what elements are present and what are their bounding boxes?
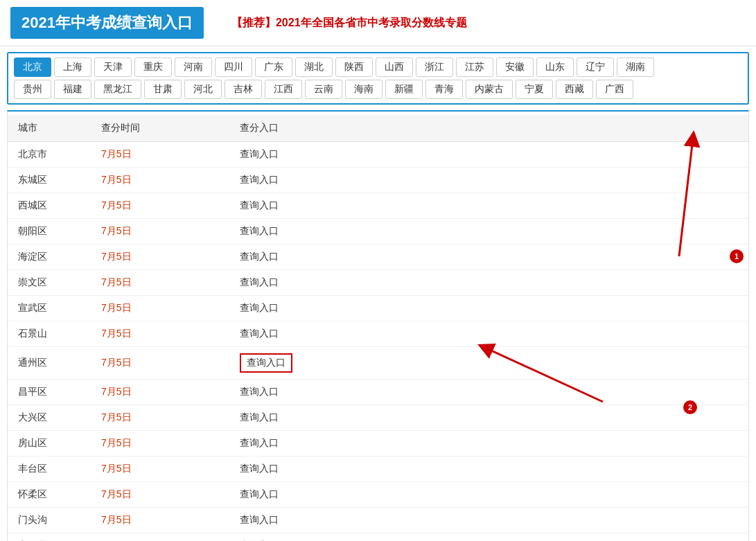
page-header: 2021年中考成绩查询入口 【推荐】2021年全国各省市中考录取分数线专题 (0, 0, 756, 46)
tab-广东[interactable]: 广东 (255, 57, 292, 77)
cell-entry-link[interactable]: 查询入口 (240, 488, 279, 499)
tab-重庆[interactable]: 重庆 (134, 57, 172, 77)
cell-entry-link[interactable]: 查询入口 (240, 174, 279, 185)
cell-entry-link[interactable]: 查询入口 (240, 199, 279, 211)
tab-内蒙古[interactable]: 内蒙古 (466, 80, 513, 99)
cell-extra (507, 245, 748, 270)
tab-贵州[interactable]: 贵州 (14, 80, 51, 99)
tab-上海[interactable]: 上海 (54, 57, 91, 77)
tab-四川[interactable]: 四川 (215, 57, 252, 77)
tabs-row-2: 贵州福建黑龙江甘肃河北吉林江西云南海南新疆青海内蒙古宁夏西藏广西 (14, 80, 742, 99)
table-row: 门头沟7月5日查询入口 (8, 508, 748, 533)
tab-江苏[interactable]: 江苏 (456, 57, 493, 77)
cell-city: 海淀区 (8, 245, 91, 270)
promo-text: 2021年全国各省市中考录取分数线专题 (276, 17, 467, 28)
cell-entry: 查询入口 (229, 321, 507, 347)
tab-浙江[interactable]: 浙江 (416, 57, 453, 77)
cell-entry-link[interactable]: 查询入口 (240, 514, 279, 525)
tab-黑龙江[interactable]: 黑龙江 (94, 80, 141, 99)
tab-云南[interactable]: 云南 (305, 80, 342, 99)
cell-entry-link[interactable]: 查询入口 (240, 251, 279, 262)
tab-山东[interactable]: 山东 (536, 57, 574, 77)
tab-青海[interactable]: 青海 (425, 80, 463, 99)
cell-entry-link[interactable]: 查询入口 (240, 276, 279, 287)
cell-date-wrapper: 7月5日 (91, 193, 229, 219)
cell-entry: 查询入口 (229, 193, 507, 219)
cell-date-wrapper: 7月5日 (91, 482, 229, 508)
table-row: 海淀区7月5日查询入口 (8, 245, 748, 270)
cell-city: 北京市 (8, 142, 91, 168)
cell-city: 东城区 (8, 168, 91, 193)
cell-entry-link[interactable]: 查询入口 (240, 411, 279, 423)
cell-date-wrapper: 7月5日 (91, 168, 229, 193)
cell-entry-link[interactable]: 查询入口 (240, 302, 279, 313)
cell-extra (507, 431, 748, 456)
cell-date: 7月5日 (101, 302, 132, 313)
cell-date-wrapper: 7月5日 (91, 508, 229, 533)
cell-entry: 查询入口 (229, 347, 507, 380)
table-row: 怀柔区7月5日查询入口 (8, 482, 748, 508)
cell-entry-link[interactable]: 查询入口 (240, 437, 279, 448)
tab-陕西[interactable]: 陕西 (335, 57, 373, 77)
cell-entry: 查询入口 (229, 405, 507, 431)
tab-湖北[interactable]: 湖北 (295, 57, 333, 77)
cell-date: 7月5日 (101, 411, 132, 423)
tab-吉林[interactable]: 吉林 (225, 80, 262, 99)
results-table-wrapper: 城市 查分时间 查分入口 北京市7月5日查询入口东城区7月5日查询入口西城区7月… (7, 110, 749, 541)
cell-entry-link[interactable]: 查询入口 (240, 328, 279, 339)
cell-entry-link[interactable]: 查询入口 (240, 386, 279, 397)
cell-date: 7月5日 (101, 276, 132, 287)
tab-天津[interactable]: 天津 (94, 57, 132, 77)
cell-entry: 查询入口 (229, 431, 507, 456)
cell-extra (507, 296, 748, 321)
table-row: 东城区7月5日查询入口 (8, 168, 748, 193)
tab-辽宁[interactable]: 辽宁 (577, 57, 614, 77)
tab-安徽[interactable]: 安徽 (496, 57, 534, 77)
tab-北京[interactable]: 北京 (14, 57, 51, 77)
cell-date: 7月5日 (101, 437, 132, 448)
cell-date: 7月5日 (101, 148, 132, 159)
cell-entry-link[interactable]: 查询入口 (240, 148, 279, 159)
cell-city: 石景山 (8, 321, 91, 347)
tab-湖南[interactable]: 湖南 (617, 57, 654, 77)
cell-entry: 查询入口 (229, 533, 507, 542)
cell-extra (507, 142, 748, 168)
cell-entry-link[interactable]: 查询入口 (240, 353, 292, 373)
tab-海南[interactable]: 海南 (345, 80, 383, 99)
annotation-badge-2: 2 (683, 400, 697, 414)
cell-date: 7月5日 (101, 386, 132, 397)
cell-date: 7月5日 (101, 488, 132, 499)
cell-date-wrapper: 7月5日 (91, 142, 229, 168)
tab-西藏[interactable]: 西藏 (556, 80, 593, 99)
tab-河南[interactable]: 河南 (175, 57, 212, 77)
cell-city: 崇文区 (8, 270, 91, 296)
cell-date-wrapper: 7月5日 (91, 405, 229, 431)
cell-extra (507, 533, 748, 542)
cell-city: 怀柔区 (8, 482, 91, 508)
cell-city: 宣武区 (8, 296, 91, 321)
cell-entry-link[interactable]: 查询入口 (240, 225, 279, 236)
tab-福建[interactable]: 福建 (54, 80, 91, 99)
tab-广西[interactable]: 广西 (596, 80, 633, 99)
cell-city: 门头沟 (8, 508, 91, 533)
cell-entry-link[interactable]: 查询入口 (240, 463, 279, 474)
cell-entry: 查询入口 (229, 245, 507, 270)
cell-date-wrapper: 7月5日 (91, 270, 229, 296)
cell-extra (507, 482, 748, 508)
tab-甘肃[interactable]: 甘肃 (144, 80, 182, 99)
tab-山西[interactable]: 山西 (376, 57, 413, 77)
cell-entry: 查询入口 (229, 482, 507, 508)
tab-河北[interactable]: 河北 (184, 80, 222, 99)
cell-extra (507, 380, 748, 405)
cell-date-wrapper: 7月5日 (91, 296, 229, 321)
tab-江西[interactable]: 江西 (265, 80, 302, 99)
tab-新疆[interactable]: 新疆 (385, 80, 423, 99)
cell-entry: 查询入口 (229, 168, 507, 193)
cell-extra (507, 405, 748, 431)
cell-date: 7月5日 (101, 174, 132, 185)
table-row: 房山区7月5日查询入口 (8, 431, 748, 456)
tab-宁夏[interactable]: 宁夏 (516, 80, 553, 99)
cell-city: 房山区 (8, 431, 91, 456)
cell-date-wrapper: 7月5日 (91, 456, 229, 482)
promo-banner[interactable]: 【推荐】2021年全国各省市中考录取分数线专题 (231, 16, 467, 30)
